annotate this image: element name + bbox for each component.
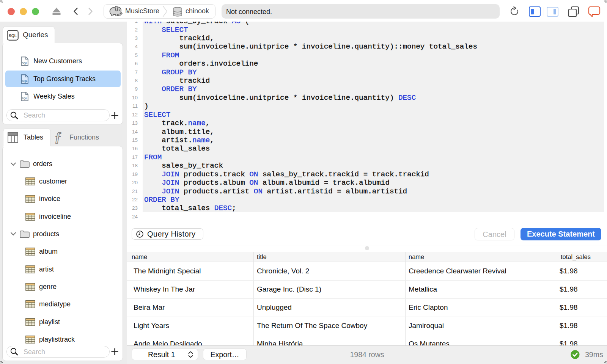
svg-text:SQL: SQL [22, 61, 28, 65]
svg-text:SQL: SQL [22, 97, 28, 100]
svg-text:ƒ: ƒ [55, 130, 61, 144]
svg-text:SQL: SQL [22, 79, 28, 83]
svg-text:SQL: SQL [9, 33, 17, 38]
